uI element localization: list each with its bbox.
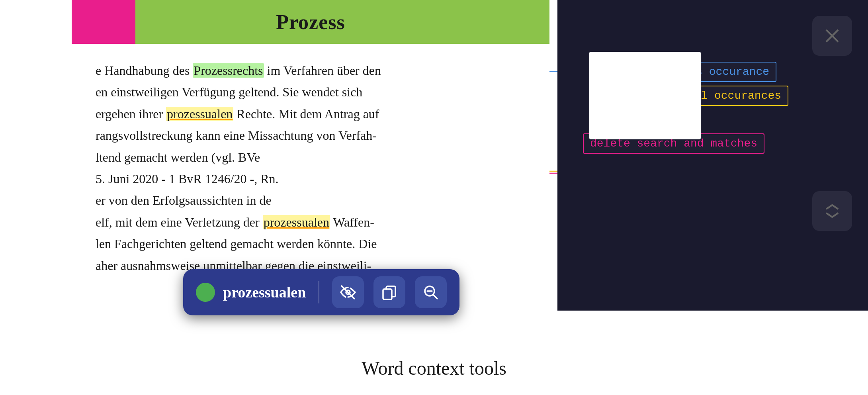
doc-line-5: ltend gemacht werden (vgl. BVe: [96, 147, 526, 168]
document-text: e Handhabung des Prozessrechts im Verfah…: [72, 44, 549, 292]
white-popup: [589, 52, 701, 139]
doc-line-6: 5. Juni 2020 - 1 BvR 1246/20 -, Rn.: [96, 168, 526, 190]
context-toolbar: prozessualen: [183, 269, 459, 315]
panel-icon-close[interactable]: [812, 16, 852, 56]
right-panel: [557, 0, 868, 311]
svg-rect-10: [383, 289, 392, 299]
toolbar-zoom-button[interactable]: [415, 276, 447, 308]
header-bar: Prozess: [72, 0, 549, 44]
toolbar-word-label: prozessualen: [223, 284, 306, 301]
toolbar-status-dot: [196, 283, 215, 302]
toolbar-copy-button[interactable]: [373, 276, 405, 308]
doc-line-8: elf, mit dem eine Verletzung der prozess…: [96, 211, 526, 233]
svg-line-13: [433, 295, 437, 299]
highlight-prozessualen-2[interactable]: prozessualen: [263, 215, 330, 229]
header-pink-accent: [72, 0, 135, 44]
header-title: Prozess: [276, 10, 345, 34]
doc-line-7: er von den Erfolgsaussichten in de: [96, 190, 526, 211]
toolbar-ignore-button[interactable]: [332, 276, 364, 308]
highlight-prozessualen-1[interactable]: prozessualen: [166, 107, 233, 121]
doc-line-1: e Handhabung des Prozessrechts im Verfah…: [96, 60, 526, 81]
highlight-prozessrechts[interactable]: Prozessrechts: [193, 63, 264, 78]
doc-line-4: rangsvollstreckung kann eine Missachtung…: [96, 125, 526, 146]
doc-line-9: len Fachgerichten geltend gemacht werden…: [96, 233, 526, 254]
panel-icon-expand[interactable]: [812, 191, 852, 231]
document-container: Prozess e Handhabung des Prozessrechts i…: [72, 0, 549, 311]
doc-line-3: ergehen ihrer prozessualen Rechte. Mit d…: [96, 103, 526, 125]
toolbar-divider: [319, 281, 319, 303]
doc-line-2: en einstweiligen Verfügung geltend. Sie …: [96, 81, 526, 103]
footer-caption: Word context tools: [0, 357, 868, 379]
toolbar-word-group: prozessualen: [196, 283, 306, 302]
